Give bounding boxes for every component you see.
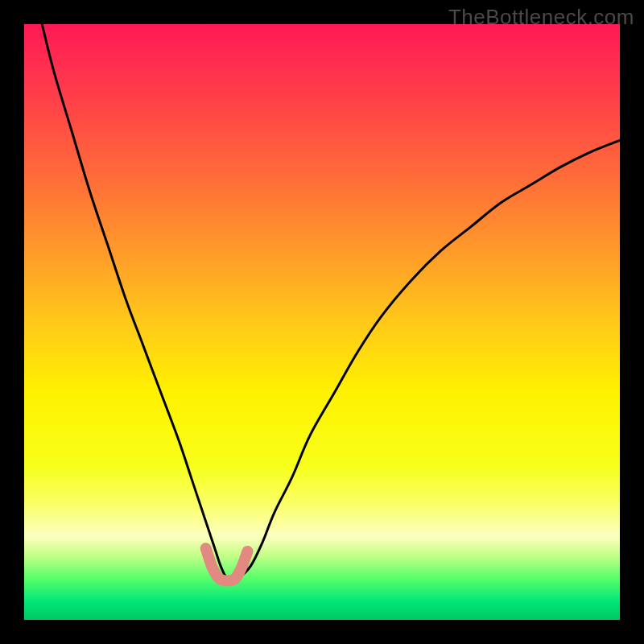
chart-frame: TheBottleneck.com bbox=[0, 0, 644, 644]
watermark-text: TheBottleneck.com bbox=[448, 5, 634, 30]
chart-background bbox=[24, 24, 620, 620]
plot-area bbox=[24, 24, 620, 620]
bottleneck-chart bbox=[24, 24, 620, 620]
